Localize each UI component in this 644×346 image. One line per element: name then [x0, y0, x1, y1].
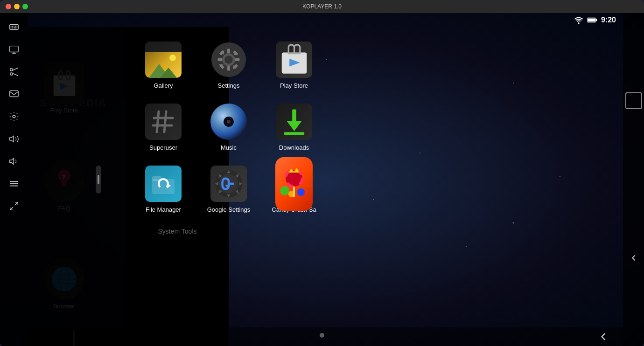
sidebar-settings[interactable] — [5, 107, 23, 126]
app-music-label: Music — [221, 144, 237, 151]
svg-rect-5 — [11, 26, 12, 27]
svg-rect-64 — [284, 132, 304, 135]
app-settings-label: Settings — [218, 82, 240, 89]
nav-back-icon[interactable] — [597, 330, 610, 343]
svg-rect-51 — [235, 58, 240, 61]
app-file-manager-label: File Manager — [146, 206, 181, 213]
svg-point-17 — [10, 69, 13, 71]
svg-line-28 — [15, 202, 18, 205]
wifi-icon — [574, 16, 583, 24]
maximize-button[interactable] — [22, 4, 28, 9]
right-back-button[interactable] — [624, 249, 643, 267]
svg-rect-49 — [227, 66, 230, 71]
app-gallery[interactable]: Gallery — [131, 34, 196, 96]
svg-rect-14 — [10, 46, 18, 52]
svg-point-74 — [297, 188, 305, 196]
app-music[interactable]: Music — [196, 96, 261, 158]
sidebar-message[interactable] — [5, 85, 23, 104]
svg-marker-23 — [10, 136, 14, 142]
right-sidebar — [623, 13, 644, 346]
sidebar-screen[interactable] — [5, 40, 23, 59]
app-gallery-label: Gallery — [154, 82, 173, 89]
right-home-button[interactable] — [625, 92, 642, 109]
app-google-settings-label: Google Settings — [207, 206, 251, 213]
window-title: KOPLAYER 1.0 — [302, 3, 342, 10]
title-bar: KOPLAYER 1.0 — [0, 0, 644, 13]
battery-icon — [587, 16, 597, 24]
sidebar-scissors[interactable] — [5, 62, 23, 81]
svg-line-29 — [10, 207, 13, 210]
svg-rect-30 — [98, 175, 99, 184]
app-candy-crush[interactable]: Candy Crush Sa — [261, 158, 327, 220]
svg-rect-50 — [218, 58, 223, 61]
app-superuser[interactable]: Superuser — [131, 96, 196, 158]
left-sidebar — [0, 13, 28, 346]
app-settings[interactable]: Settings — [196, 34, 261, 96]
app-downloads[interactable]: Downloads — [261, 96, 327, 158]
svg-rect-4 — [10, 25, 18, 30]
svg-rect-6 — [12, 26, 13, 27]
close-button[interactable] — [6, 4, 11, 9]
sidebar-keyboard[interactable] — [5, 18, 23, 36]
svg-rect-8 — [15, 26, 16, 27]
svg-marker-63 — [287, 121, 302, 131]
drawer-handle[interactable] — [96, 166, 101, 194]
svg-line-59 — [164, 111, 166, 132]
app-play-store-label: Play Store — [280, 82, 308, 89]
svg-line-20 — [13, 73, 18, 76]
svg-rect-48 — [227, 49, 230, 54]
svg-point-47 — [224, 55, 233, 64]
sidebar-volume-down[interactable] — [5, 152, 23, 171]
svg-point-22 — [13, 115, 15, 118]
traffic-lights — [6, 4, 28, 9]
sidebar-fullscreen[interactable] — [5, 197, 23, 215]
apps-grid: Gallery — [126, 27, 229, 227]
svg-rect-11 — [12, 28, 13, 28]
window-chrome: KOPLAYER 1.0 SOFTPEDIA 9:20 — [0, 0, 644, 346]
svg-rect-10 — [11, 28, 12, 28]
sidebar-menu[interactable] — [5, 174, 23, 193]
app-downloads-label: Downloads — [279, 144, 309, 151]
svg-rect-7 — [14, 26, 14, 27]
svg-point-0 — [578, 22, 579, 24]
app-file-manager[interactable]: File Manager — [131, 158, 196, 220]
svg-rect-2 — [596, 19, 597, 21]
app-play-store[interactable]: Play Store — [261, 34, 327, 96]
svg-rect-9 — [17, 26, 18, 27]
svg-line-19 — [13, 68, 18, 70]
status-time: 9:20 — [601, 16, 616, 24]
svg-rect-3 — [588, 18, 595, 21]
svg-rect-21 — [10, 91, 18, 97]
section-label: System Tools — [126, 227, 229, 240]
apps-drawer: Gallery — [28, 27, 229, 346]
sidebar-volume-up[interactable] — [5, 130, 23, 148]
svg-rect-12 — [14, 28, 16, 28]
svg-line-58 — [157, 111, 159, 132]
app-superuser-label: Superuser — [149, 144, 177, 151]
svg-point-73 — [280, 186, 289, 195]
minimize-button[interactable] — [14, 4, 20, 9]
svg-marker-24 — [10, 159, 14, 165]
svg-rect-13 — [17, 28, 18, 28]
app-google-settings[interactable]: Google Settings — [196, 158, 261, 220]
svg-point-18 — [10, 73, 13, 76]
android-screen: SOFTPEDIA 9:20 — [0, 13, 644, 346]
status-bar: 9:20 — [28, 13, 623, 27]
svg-rect-65 — [152, 179, 175, 194]
